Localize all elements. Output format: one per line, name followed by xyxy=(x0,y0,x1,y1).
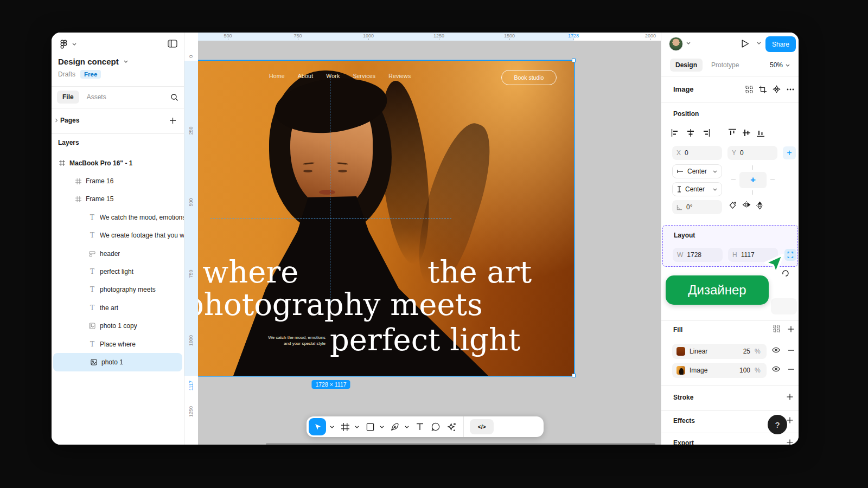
tab-assets[interactable]: Assets xyxy=(86,91,107,104)
tab-file[interactable]: File xyxy=(57,91,79,104)
fill-opacity-value[interactable]: 25 xyxy=(743,348,750,355)
dev-mode-toggle[interactable]: </> xyxy=(470,419,494,434)
layer-row[interactable]: Frame 16 xyxy=(52,172,184,190)
move-tool-button[interactable] xyxy=(309,418,326,435)
layer-row[interactable]: T photography meets xyxy=(52,281,184,299)
ruler-vertical: 0 250 500 750 1000 1117 1250 xyxy=(184,41,198,445)
selection-handle[interactable] xyxy=(572,59,576,62)
visibility-eye-icon[interactable] xyxy=(772,347,780,353)
fill-row-linear[interactable]: Linear 25 % xyxy=(672,344,767,359)
layer-row[interactable]: T perfect light xyxy=(52,262,184,280)
vertical-constraint-dropdown[interactable]: Center xyxy=(672,182,722,196)
layer-row[interactable]: Frame 15 xyxy=(52,190,184,208)
x-position-field[interactable]: X 0 xyxy=(672,146,722,160)
flip-vertical-icon[interactable] xyxy=(756,201,763,210)
image-fill-swatch[interactable] xyxy=(676,366,685,375)
y-position-field[interactable]: Y 0 xyxy=(727,146,777,160)
remove-fill-icon[interactable] xyxy=(788,350,794,351)
book-studio-button[interactable]: Book studio xyxy=(501,70,557,85)
headline-place-where[interactable]: Place where xyxy=(184,257,298,287)
align-top-icon[interactable] xyxy=(729,129,736,137)
layers-list: MacBook Pro 16" - 1 Frame 16 Frame 15 T … xyxy=(52,154,184,371)
help-button[interactable]: ? xyxy=(768,415,787,434)
align-right-icon[interactable] xyxy=(701,129,710,137)
chevron-down-icon[interactable] xyxy=(757,42,761,44)
avatar[interactable] xyxy=(669,37,683,51)
design-nav-link[interactable]: Services xyxy=(353,73,375,79)
design-nav-link[interactable]: About xyxy=(298,73,313,79)
align-horizontal-center-icon[interactable] xyxy=(686,129,695,137)
styles-icon[interactable] xyxy=(745,86,753,93)
crop-icon[interactable] xyxy=(759,86,767,93)
share-button[interactable]: Share xyxy=(765,36,796,52)
width-field[interactable]: W 1728 xyxy=(673,248,723,262)
search-icon[interactable] xyxy=(170,93,178,101)
selection-size-badge: 1728 × 1117 xyxy=(311,380,350,389)
design-nav-link[interactable]: Reviews xyxy=(388,73,411,79)
headline-photography-meets[interactable]: photography meets xyxy=(184,290,483,320)
plugins-icon[interactable] xyxy=(773,85,781,93)
remove-fill-icon[interactable] xyxy=(788,369,794,370)
tab-design[interactable]: Design xyxy=(670,59,703,72)
zoom-control[interactable]: 50% xyxy=(770,61,790,69)
more-icon[interactable] xyxy=(787,88,794,91)
fill-opacity-value[interactable]: 100 xyxy=(739,367,750,374)
plan-badge[interactable]: Free xyxy=(80,70,101,79)
horizontal-scrollbar[interactable] xyxy=(266,443,655,445)
layer-row[interactable]: header xyxy=(52,245,184,262)
layer-row[interactable]: photo 1 copy xyxy=(52,317,184,335)
toggle-sidebar-icon[interactable] xyxy=(168,40,177,48)
canvas[interactable]: Home About Work Services Reviews Book st… xyxy=(184,33,661,445)
fill-styles-icon[interactable] xyxy=(773,325,780,332)
align-left-icon[interactable] xyxy=(671,129,680,137)
constraint-center-indicator[interactable]: + xyxy=(739,172,767,188)
layer-row-selected[interactable]: photo 1 xyxy=(53,353,182,371)
add-position-property-button[interactable]: + xyxy=(783,146,796,159)
selection-handle[interactable] xyxy=(572,374,576,377)
layer-row[interactable]: T the art xyxy=(52,299,184,317)
flip-horizontal-icon[interactable] xyxy=(742,201,751,210)
chevron-down-icon[interactable] xyxy=(355,426,360,428)
frame-tool-button[interactable] xyxy=(339,418,351,435)
headline-perfect-light[interactable]: perfect light xyxy=(330,325,521,355)
add-effect-icon[interactable] xyxy=(787,417,793,423)
visibility-eye-icon[interactable] xyxy=(772,366,780,372)
rotate-icon[interactable] xyxy=(729,201,737,210)
headline-the-art[interactable]: the art xyxy=(427,257,532,287)
rotation-field[interactable]: 0° xyxy=(672,200,722,214)
design-nav-link[interactable]: Home xyxy=(269,73,285,79)
align-bottom-icon[interactable] xyxy=(757,129,764,137)
chevron-down-icon[interactable] xyxy=(686,42,691,44)
actions-tool-button[interactable] xyxy=(445,418,457,435)
constraints-widget[interactable]: + xyxy=(730,164,776,198)
text-tool-button[interactable] xyxy=(414,418,426,435)
design-nav-link[interactable]: Work xyxy=(326,73,340,79)
layer-row[interactable]: T We create footage that you w xyxy=(52,227,184,245)
present-icon[interactable] xyxy=(741,39,750,48)
layer-row[interactable]: T We catch the mood, emotions xyxy=(52,208,184,226)
add-stroke-icon[interactable] xyxy=(787,394,793,400)
chevron-down-icon[interactable] xyxy=(405,426,410,428)
pen-tool-button[interactable] xyxy=(389,418,401,435)
align-vertical-center-icon[interactable] xyxy=(743,129,750,137)
add-fill-icon[interactable] xyxy=(788,326,794,332)
figma-logo-icon[interactable] xyxy=(59,40,68,49)
fill-row-image[interactable]: Image 100 % xyxy=(672,363,767,378)
tab-prototype[interactable]: Prototype xyxy=(710,59,740,72)
shape-tool-button[interactable] xyxy=(364,418,376,435)
add-export-icon[interactable] xyxy=(787,439,793,445)
pages-row[interactable]: Pages xyxy=(52,111,184,130)
horizontal-constraint-dropdown[interactable]: Center xyxy=(672,164,722,178)
add-page-icon[interactable] xyxy=(169,117,176,124)
file-title[interactable]: Design concept xyxy=(58,57,128,66)
comment-tool-button[interactable] xyxy=(430,418,442,435)
chevron-down-icon[interactable] xyxy=(330,426,335,428)
layer-row[interactable]: MacBook Pro 16" - 1 xyxy=(52,154,184,172)
chevron-down-icon[interactable] xyxy=(380,426,385,428)
layer-row[interactable]: T Place where xyxy=(52,335,184,353)
breadcrumb-location[interactable]: Drafts xyxy=(58,70,75,78)
design-tagline[interactable]: We catch the mood, emotions and your spe… xyxy=(268,335,326,346)
chevron-down-icon[interactable] xyxy=(72,43,76,46)
chevron-right-icon[interactable] xyxy=(55,118,58,123)
linear-fill-swatch[interactable] xyxy=(676,347,685,356)
